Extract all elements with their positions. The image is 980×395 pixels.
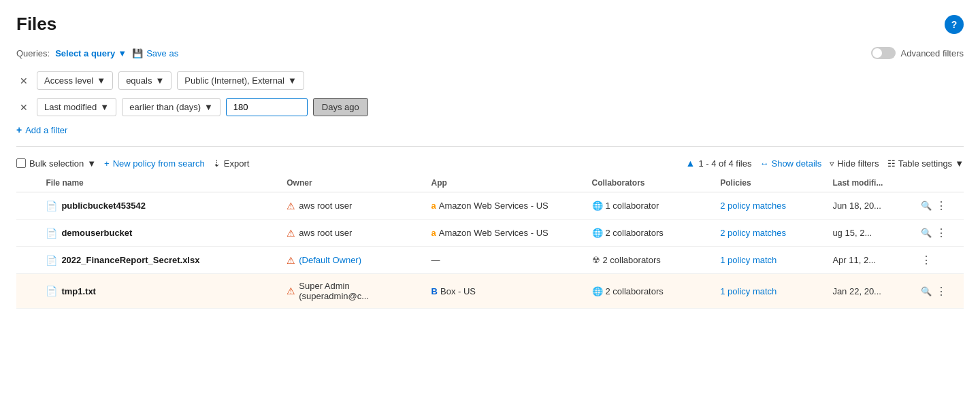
row-actions-cell: 🔍 ⋮ <box>915 220 964 247</box>
row-policies-cell: 2 policy matches <box>715 192 827 220</box>
export-button[interactable]: ⇣ Export <box>213 158 250 169</box>
row-app-cell: B Box - US <box>426 274 587 309</box>
table-settings-button[interactable]: ☷ Table settings ▼ <box>887 158 964 169</box>
filter-2-field-button[interactable]: Last modified ▼ <box>37 98 116 116</box>
row-more-icon[interactable]: ⋮ <box>936 285 947 298</box>
app-icon: B <box>431 286 438 296</box>
col-owner: Owner <box>281 174 425 192</box>
row-search-icon[interactable]: 🔍 <box>921 201 932 211</box>
policies-text[interactable]: 1 policy match <box>720 286 777 296</box>
collaborators-text: 2 collaborators <box>606 228 664 238</box>
app-icon: a <box>431 228 436 238</box>
file-icon: 📄 <box>46 286 57 296</box>
files-table: File name Owner App Collaborators Polici… <box>16 174 964 309</box>
row-filename-cell: 📄 2022_FinanceReport_Secret.xlsx <box>40 247 281 274</box>
filter-2-remove-button[interactable]: ✕ <box>16 100 31 115</box>
filter-1-value-button[interactable]: Public (Internet), External ▼ <box>177 71 304 90</box>
filename-text[interactable]: publicbucket453542 <box>61 201 146 211</box>
filename-text[interactable]: demouserbucket <box>61 228 132 238</box>
help-button[interactable]: ? <box>945 15 964 34</box>
row-checkbox-cell <box>16 247 40 274</box>
row-search-icon[interactable]: 🔍 <box>921 286 932 296</box>
filter-2-operator-button[interactable]: earlier than (days) ▼ <box>122 98 220 116</box>
advanced-filters-toggle[interactable] <box>871 47 896 59</box>
app-text: — <box>431 255 440 265</box>
app-icon: a <box>431 201 436 211</box>
row-actions-cell: 🔍 ⋮ <box>915 192 964 220</box>
policies-text[interactable]: 2 policy matches <box>720 228 786 238</box>
table-row: 📄 publicbucket453542 ⚠ aws root user a A… <box>16 192 964 220</box>
download-icon: ⇣ <box>213 158 220 169</box>
row-actions-cell: ⋮ <box>915 247 964 274</box>
filename-text[interactable]: 2022_FinanceReport_Secret.xlsx <box>61 255 199 265</box>
row-search-icon[interactable]: 🔍 <box>921 228 932 238</box>
filter-2-days-ago-button[interactable]: Days ago <box>313 98 368 116</box>
row-filename-cell: 📄 demouserbucket <box>40 220 281 247</box>
filter-1-operator-button[interactable]: equals ▼ <box>118 71 172 90</box>
modified-text: ug 15, 2... <box>832 228 872 238</box>
select-query-button[interactable]: Select a query ▼ <box>55 48 127 58</box>
chevron-down-icon: ▼ <box>155 75 164 86</box>
chevron-down-icon: ▼ <box>955 158 964 169</box>
app-text: Amazon Web Services - US <box>439 228 549 238</box>
row-app-cell: a Amazon Web Services - US <box>426 220 587 247</box>
col-policies: Policies <box>715 174 827 192</box>
col-collaborators: Collaborators <box>587 174 715 192</box>
filter-2-days-input[interactable] <box>226 98 308 116</box>
funnel-outline-icon: ▿ <box>830 158 834 169</box>
owner-text: (Default Owner) <box>299 255 361 265</box>
row-more-icon[interactable]: ⋮ <box>936 226 947 239</box>
collaborators-text: 2 collaborators <box>606 286 664 296</box>
bulk-checkbox <box>16 158 26 168</box>
row-more-icon[interactable]: ⋮ <box>921 254 932 267</box>
plus-icon: + <box>16 124 22 135</box>
advanced-filters-label: Advanced filters <box>901 48 964 58</box>
toolbar: Bulk selection ▼ + New policy from searc… <box>16 158 964 169</box>
collab-icon: 🌐 <box>592 286 603 296</box>
policies-text[interactable]: 1 policy match <box>720 255 777 265</box>
page-title: Files <box>16 14 56 35</box>
funnel-icon: ▲ <box>686 158 696 169</box>
table-header-row: File name Owner App Collaborators Polici… <box>16 174 964 192</box>
filter-1-remove-button[interactable]: ✕ <box>16 73 31 88</box>
warning-icon: ⚠ <box>287 255 295 266</box>
save-as-button[interactable]: 💾 Save as <box>132 48 178 58</box>
col-checkbox <box>16 174 40 192</box>
collab-icon: 🌐 <box>592 201 603 211</box>
col-filename: File name <box>40 174 281 192</box>
modified-text: Jun 18, 20... <box>832 201 881 211</box>
row-filename-cell: 📄 tmp1.txt <box>40 274 281 309</box>
file-icon: 📄 <box>46 255 57 266</box>
queries-label: Queries: <box>16 48 50 58</box>
row-checkbox-cell <box>16 220 40 247</box>
row-checkbox-cell <box>16 274 40 309</box>
show-details-button[interactable]: ↔ Show details <box>760 158 821 169</box>
row-filename-cell: 📄 publicbucket453542 <box>40 192 281 220</box>
plus-icon: + <box>104 158 110 169</box>
collaborators-text: 1 collaborator <box>606 201 659 211</box>
filter-row-1: ✕ Access level ▼ equals ▼ Public (Intern… <box>16 71 964 90</box>
chevron-down-icon: ▼ <box>100 102 109 112</box>
chevron-down-icon: ▼ <box>97 75 105 86</box>
row-more-icon[interactable]: ⋮ <box>936 199 947 212</box>
owner-text: Super Admin (superadmin@c... <box>299 281 420 301</box>
warning-icon: ⚠ <box>287 228 295 239</box>
row-modified-cell: Jun 18, 20... <box>827 192 915 220</box>
new-policy-button[interactable]: + New policy from search <box>104 158 205 169</box>
warning-icon: ⚠ <box>287 286 295 296</box>
row-policies-cell: 2 policy matches <box>715 220 827 247</box>
collab-icon: ☢ <box>592 255 600 265</box>
modified-text: Jan 22, 20... <box>832 286 881 296</box>
bulk-selection-button[interactable]: Bulk selection ▼ <box>16 158 96 169</box>
col-app: App <box>426 174 587 192</box>
filter-1-field-button[interactable]: Access level ▼ <box>37 71 113 90</box>
add-filter-button[interactable]: + Add a filter <box>16 124 67 135</box>
file-icon: 📄 <box>46 228 57 239</box>
col-actions <box>915 174 964 192</box>
policies-text[interactable]: 2 policy matches <box>720 201 786 211</box>
save-icon: 💾 <box>132 48 143 58</box>
filename-text[interactable]: tmp1.txt <box>61 286 96 296</box>
grid-icon: ☷ <box>887 158 896 169</box>
hide-filters-button[interactable]: ▿ Hide filters <box>830 158 879 169</box>
owner-text: aws root user <box>299 201 352 211</box>
